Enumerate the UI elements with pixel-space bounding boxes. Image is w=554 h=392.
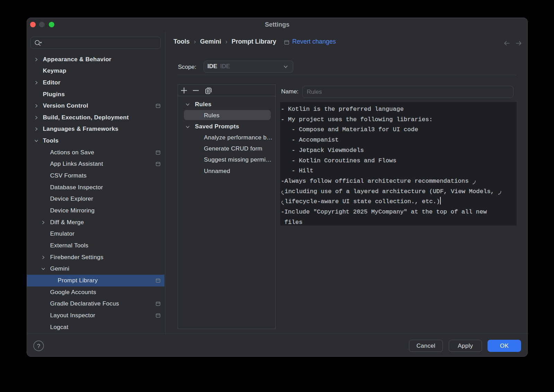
svg-text:?: ? [37,343,40,349]
